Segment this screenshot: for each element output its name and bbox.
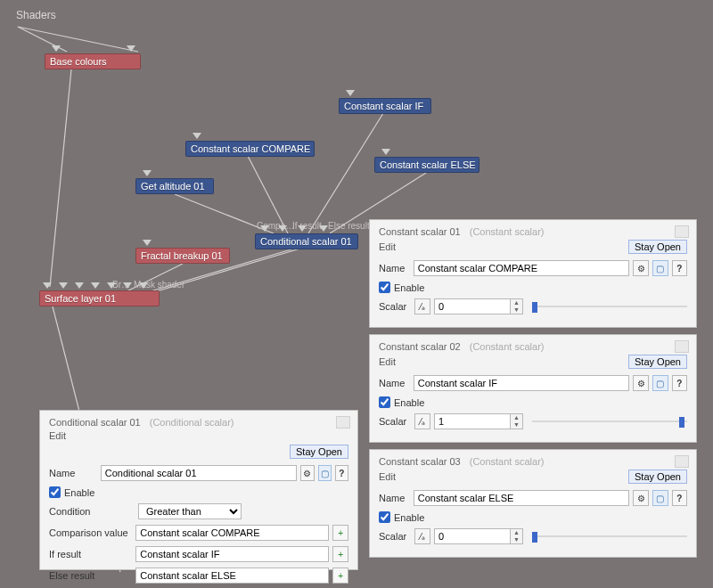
name-input[interactable] [101,465,298,481]
scalar-input[interactable] [434,528,511,544]
if-result-input[interactable] [135,546,329,562]
color-icon[interactable]: ▢ [652,490,668,506]
gear-icon[interactable]: ⚙ [633,260,649,276]
enable-label: Enable [64,487,94,498]
scalar-label: Scalar [379,416,414,427]
stay-open-button[interactable]: Stay Open [628,240,687,254]
else-result-input[interactable] [135,568,329,584]
spin-arrows[interactable]: ▲▼ [511,413,523,429]
help-icon[interactable]: ? [672,260,688,276]
name-label: Name [379,378,414,388]
node-base-colours[interactable]: Base colours [45,53,141,69]
close-icon[interactable] [675,455,689,468]
gear-icon[interactable]: ⚙ [633,375,649,391]
close-icon[interactable] [336,416,350,429]
node-label: Base colours [50,56,107,67]
scalar-mode-icon[interactable]: ⁄ₐ [414,413,430,429]
help-icon[interactable]: ? [672,490,688,506]
close-icon[interactable] [675,340,689,353]
port-label-if-result: If result [292,221,322,231]
stay-open-button[interactable]: Stay Open [290,445,348,459]
scalar-slider[interactable] [532,530,687,543]
if-result-label: If result [49,549,135,559]
node-conditional-scalar[interactable]: Conditional scalar 01 [255,233,358,249]
add-icon[interactable]: + [332,525,348,541]
panel-type: (Constant scalar) [470,226,545,237]
node-surface-layer[interactable]: Surface layer 01 [39,290,160,306]
add-icon[interactable]: + [332,546,348,562]
stay-open-button[interactable]: Stay Open [628,355,687,369]
node-label: Constant scalar ELSE [380,159,476,170]
color-icon[interactable]: ▢ [652,375,668,391]
node-constant-if[interactable]: Constant scalar IF [339,98,431,114]
name-input[interactable] [414,375,630,391]
help-icon[interactable]: ? [335,465,348,481]
svg-line-2 [50,69,71,287]
node-label: Surface layer 01 [45,293,116,304]
panel-constant-scalar-02[interactable]: Constant scalar 02 (Constant scalar) Edi… [369,334,697,443]
node-constant-compare[interactable]: Constant scalar COMPARE [185,141,315,157]
gear-icon[interactable]: ⚙ [300,465,314,481]
node-label: Conditional scalar 01 [260,236,352,247]
color-icon[interactable]: ▢ [652,260,668,276]
panel-title: Constant scalar 03 [379,456,461,467]
edit-menu[interactable]: Edit [379,471,396,482]
name-label: Name [379,263,414,274]
enable-label: Enable [394,397,424,408]
scalar-input[interactable] [434,413,511,429]
edit-menu[interactable]: Edit [379,356,396,367]
scalar-slider[interactable] [532,415,687,428]
panel-type: (Conditional scalar) [150,417,234,428]
panel-title: Conditional scalar 01 [49,417,141,428]
scalar-label: Scalar [379,531,414,542]
spin-arrows[interactable]: ▲▼ [511,528,523,544]
panel-title: Constant scalar 02 [379,341,461,352]
node-label: Constant scalar COMPARE [191,143,310,154]
node-fractal-breakup[interactable]: Fractal breakup 01 [135,248,230,264]
spin-arrows[interactable]: ▲▼ [511,298,523,314]
name-input[interactable] [414,260,630,276]
node-get-altitude[interactable]: Get altitude 01 [135,178,214,194]
panel-type: (Constant scalar) [470,341,545,352]
name-label: Name [379,493,414,503]
stay-open-button[interactable]: Stay Open [628,470,687,484]
close-icon[interactable] [675,225,689,238]
port-label-else-result: Else result [328,221,370,231]
node-constant-else[interactable]: Constant scalar ELSE [374,157,479,173]
scalar-input[interactable] [434,298,511,314]
panel-type: (Constant scalar) [470,456,545,467]
name-label: Name [49,468,101,478]
node-label: Constant scalar IF [344,101,423,111]
panel-constant-scalar-03[interactable]: Constant scalar 03 (Constant scalar) Edi… [369,449,697,558]
name-input[interactable] [414,490,630,506]
node-label: Fractal breakup 01 [141,250,223,261]
comparison-value-label: Comparison value [49,527,135,538]
svg-line-1 [18,27,138,52]
add-icon[interactable]: + [332,568,348,584]
condition-label: Condition [49,506,138,517]
edit-menu[interactable]: Edit [49,430,66,441]
node-label: Get altitude 01 [141,181,205,192]
comparison-value-input[interactable] [135,525,329,541]
enable-checkbox[interactable] [49,486,61,498]
window-title: Shaders [16,9,56,21]
gear-icon[interactable]: ⚙ [633,490,649,506]
help-icon[interactable]: ? [672,375,688,391]
scalar-mode-icon[interactable]: ⁄ₐ [414,528,430,544]
else-result-label: Else result [49,570,135,581]
enable-label: Enable [394,282,424,293]
scalar-slider[interactable] [532,300,687,313]
scalar-mode-icon[interactable]: ⁄ₐ [414,298,430,314]
color-icon[interactable]: ▢ [318,465,332,481]
svg-line-8 [308,113,383,233]
condition-select[interactable]: Greater than [138,503,242,519]
panel-conditional-scalar[interactable]: Conditional scalar 01 (Conditional scala… [39,410,358,570]
enable-checkbox[interactable] [379,282,390,293]
enable-checkbox[interactable] [379,396,390,408]
scalar-label: Scalar [379,301,414,312]
panel-title: Constant scalar 01 [379,226,461,237]
enable-label: Enable [394,512,424,523]
panel-constant-scalar-01[interactable]: Constant scalar 01 (Constant scalar) Edi… [369,219,697,328]
edit-menu[interactable]: Edit [379,241,396,252]
enable-checkbox[interactable] [379,511,390,523]
